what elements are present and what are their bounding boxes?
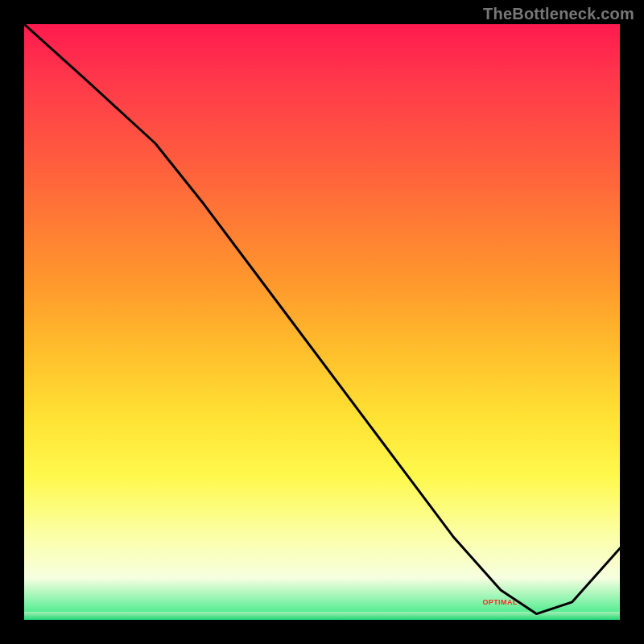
watermark-text: TheBottleneck.com — [483, 5, 634, 23]
optimal-annotation: OPTIMAL — [482, 598, 517, 606]
plot-area: OPTIMAL — [24, 24, 620, 620]
bottleneck-curve-path — [24, 24, 620, 614]
chart-frame: TheBottleneck.com OPTIMAL — [0, 0, 644, 644]
curve-svg — [24, 24, 620, 620]
